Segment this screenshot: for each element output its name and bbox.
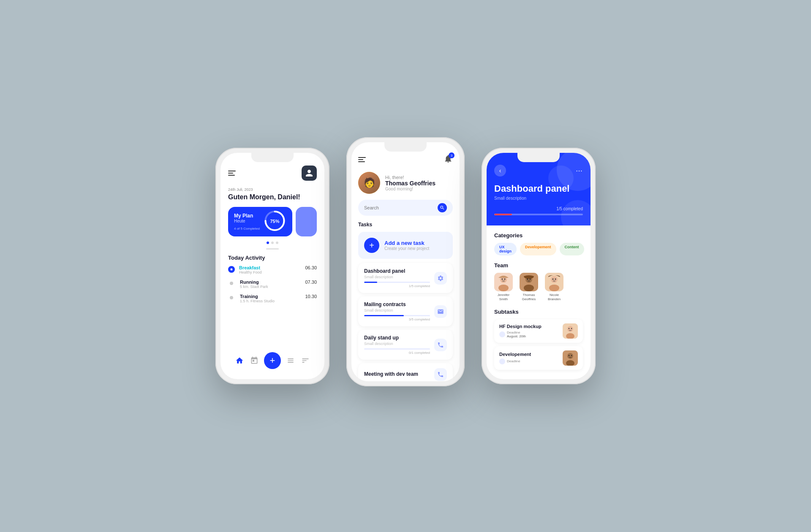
task-card-meeting[interactable]: Meeting with dev team [358, 363, 453, 381]
task-desc-mailing: Small description [364, 308, 430, 312]
svg-point-14 [551, 276, 558, 283]
activity-time-breakfast: 06.30 [305, 265, 317, 270]
add-task-sub: Create your new project [384, 246, 429, 251]
deadline-dot-hf [499, 331, 505, 337]
menu-icon[interactable] [228, 171, 236, 176]
svg-point-26 [569, 355, 569, 356]
activity-item-running: Running 5 km. Stadt Park 07.30 [228, 280, 317, 289]
team-member-jennifer: JenniferSmith [494, 273, 513, 302]
subtask-dev-deadline-label: Deadline [507, 359, 520, 363]
date-text: 24th Juli, 2023 [228, 187, 317, 192]
category-dev[interactable]: Developement [520, 243, 556, 255]
category-content[interactable]: Content [560, 243, 584, 255]
task-card-standup[interactable]: Daily stand up Small description 0/1 com… [358, 330, 453, 360]
svg-point-5 [498, 285, 509, 291]
task-completed-dashboard: 1/5 completed [364, 284, 430, 288]
activity-title: Today Activity [228, 255, 317, 261]
subtask-hf-info: HF Design mockup Deadline August. 20th [499, 324, 542, 338]
subtask-dev-info: Developement Deadline [499, 352, 531, 364]
activity-info-running: Running 5 km. Stadt Park [240, 280, 305, 289]
p2-morning-text: Good morning! [385, 187, 435, 191]
task-name-dashboard: Dashboard panel [364, 268, 430, 274]
p3-dashboard-subtitle: Small description [494, 196, 583, 201]
task-progress-bar-standup [364, 348, 430, 350]
categories-label: Categories [494, 232, 583, 239]
nav-add-button[interactable]: + [264, 352, 281, 369]
categories-row: UX design Developement Content [494, 243, 583, 255]
phone-3: ‹ ⋯ Dashboard panel Small description 1/… [482, 148, 596, 384]
add-task-card[interactable]: + Add a new task Create your new project [358, 232, 453, 259]
nav-list[interactable] [286, 356, 296, 366]
category-ux[interactable]: UX design [494, 243, 517, 255]
nav-home[interactable] [234, 356, 245, 366]
nav-settings[interactable] [300, 356, 310, 366]
tasks-label: Tasks [358, 222, 453, 228]
search-icon[interactable] [438, 203, 447, 212]
svg-point-15 [549, 285, 559, 291]
subtask-hf-deadline-label: Deadline [507, 331, 526, 334]
svg-point-10 [524, 285, 534, 291]
svg-point-22 [571, 328, 572, 329]
dot-2 [271, 242, 274, 244]
svg-point-17 [555, 279, 556, 280]
add-task-plus-icon: + [364, 238, 379, 253]
task-card-left-mailing: Mailing contracts Small description 3/5 … [364, 301, 430, 321]
activity-dot-training [230, 296, 233, 299]
task-progress-fill-mailing [364, 315, 404, 316]
subtasks-label: Subtasks [494, 309, 583, 315]
phones-container: 24th Juli, 2023 Guten Morgen, Daniel! My… [215, 146, 596, 386]
activity-sub-breakfast: Healthy Food [239, 270, 305, 274]
deco-circle-md [561, 200, 591, 225]
task-card-mailing[interactable]: Mailing contracts Small description 3/5 … [358, 296, 453, 326]
subtask-hf-deadline-row: Deadline August. 20th [499, 331, 542, 338]
p3-blue-header: ‹ ⋯ Dashboard panel Small description 1/… [487, 153, 591, 225]
p2-menu-icon[interactable] [358, 157, 366, 162]
plan-card-area: My Plan Heute 4 of 5 Completed 75% [228, 207, 317, 236]
task-desc-dashboard: Small description [364, 275, 430, 279]
svg-point-16 [552, 279, 554, 280]
subtask-hf-avatar [563, 323, 578, 339]
task-completed-standup: 0/1 completed [364, 351, 430, 355]
phone-2: 3 🧑 Hi, there! Thomas Geoffries Good mor… [346, 137, 465, 386]
plan-card-small [296, 207, 317, 236]
deadline-dot-dev [499, 358, 505, 364]
nav-calendar[interactable] [249, 356, 259, 366]
subtask-development[interactable]: Developement Deadline [494, 346, 583, 370]
activity-name-breakfast: Breakfast [239, 265, 305, 270]
subtask-hf-design[interactable]: HF Design mockup Deadline August. 20th [494, 319, 583, 343]
plan-card[interactable]: My Plan Heute 4 of 5 Completed 75% [228, 207, 292, 236]
user-avatar-button[interactable] [302, 166, 317, 181]
task-card-dashboard[interactable]: Dashboard panel Small description 1/5 co… [358, 263, 453, 293]
p1-header [228, 166, 317, 181]
subtask-hf-deadline-val: August. 20th [507, 334, 526, 338]
task-icon-phone2 [434, 368, 447, 381]
p2-header: 3 [358, 154, 453, 165]
team-name-thomas: ThomasGeoffries [522, 293, 536, 302]
activity-dot-running [230, 282, 233, 285]
svg-point-27 [571, 355, 572, 356]
circle-progress: 75% [263, 209, 286, 234]
activity-name-running: Running [240, 280, 305, 285]
p2-user-row: 🧑 Hi, there! Thomas Geoffries Good morni… [358, 172, 453, 194]
task-icon-phone [434, 339, 447, 351]
add-task-title: Add a new task [384, 240, 429, 246]
task-card-left-meeting: Meeting with dev team [364, 371, 430, 378]
dot-1 [267, 242, 269, 244]
search-bar[interactable] [358, 200, 453, 216]
back-button[interactable]: ‹ [494, 165, 506, 176]
add-task-info: Add a new task Create your new project [384, 240, 429, 251]
team-row: JenniferSmith [494, 273, 583, 302]
svg-point-7 [504, 279, 506, 280]
task-progress-fill-dashboard [364, 282, 377, 283]
notification-bell[interactable]: 3 [444, 154, 453, 165]
dots-indicator [228, 242, 317, 244]
task-completed-mailing: 3/5 completed [364, 318, 430, 321]
activity-time-training: 10.30 [305, 294, 317, 299]
svg-point-19 [567, 326, 573, 332]
search-input[interactable] [364, 205, 434, 210]
team-label: Team [494, 262, 583, 269]
bottom-nav: + [228, 347, 317, 372]
p2-user-info: Hi, there! Thomas Geoffries Good morning… [385, 175, 435, 191]
activity-sub-running: 5 km. Stadt Park [240, 285, 305, 289]
notch-3 [517, 153, 560, 162]
